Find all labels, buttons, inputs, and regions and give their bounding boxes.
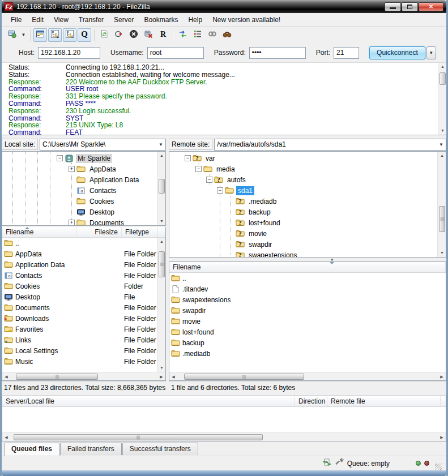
tree-item-mediadb[interactable]: ?.mediadb <box>169 196 437 207</box>
local-file-row-documents[interactable]: DocumentsFile Folder <box>2 302 157 313</box>
menu-item-bookmarks[interactable]: Bookmarks <box>139 14 182 25</box>
local-file-row-local-settings[interactable]: Local SettingsFile Folder <box>2 345 157 356</box>
collapse-expander-icon[interactable]: − <box>195 166 202 172</box>
tree-item-lost-found[interactable]: ?lost+found <box>169 217 437 228</box>
password-input[interactable] <box>249 47 306 59</box>
resize-grip[interactable] <box>435 464 442 470</box>
local-site-combo[interactable]: C:\Users\Mr Sparkle\ ▼ <box>40 139 166 151</box>
tree-item-swapextensions[interactable]: ?swapextensions <box>169 250 437 257</box>
local-file-row-downloads[interactable]: DownloadsFile Folder <box>2 313 157 324</box>
column-header-filesize[interactable]: Filesize <box>76 227 122 237</box>
menu-item-edit[interactable]: Edit <box>27 14 48 25</box>
disconnect-button[interactable] <box>142 28 155 42</box>
minimize-button[interactable] <box>385 2 401 11</box>
remote-file-row-swapdir[interactable]: swapdir <box>169 305 446 316</box>
collapse-expander-icon[interactable]: − <box>206 177 212 183</box>
local-tree-scrollbar[interactable]: ▲ ▼ <box>157 152 165 225</box>
tab-queued-files[interactable]: Queued files <box>4 443 59 456</box>
tree-item-swapdir[interactable]: ?swapdir <box>169 239 437 250</box>
tree-item-sda1[interactable]: −sda1 <box>169 185 437 196</box>
remote-sash[interactable]: ▼ <box>169 258 446 261</box>
quickconnect-button[interactable]: Quickconnect <box>369 46 425 59</box>
scroll-right-icon[interactable]: ▶ <box>438 372 446 381</box>
host-input[interactable] <box>38 47 100 59</box>
tree-item-media[interactable]: −media <box>169 164 437 174</box>
maximize-button[interactable] <box>402 2 418 11</box>
remote-file-row-[interactable]: .. <box>169 273 446 284</box>
column-header-direction[interactable]: Direction <box>295 396 327 406</box>
title-bar[interactable]: Fz 192.168.1.20 - root@192.168.1.20 - Fi… <box>2 0 446 13</box>
scroll-right-icon[interactable]: ▶ <box>157 372 165 381</box>
menu-item-server[interactable]: Server <box>109 14 138 25</box>
local-file-row-contacts[interactable]: aContactsFile Folder <box>2 270 157 281</box>
scroll-down-icon[interactable]: ▼ <box>438 249 446 257</box>
encryption-indicator-icon[interactable] <box>335 458 344 469</box>
scroll-left-icon[interactable]: ◀ <box>2 433 10 441</box>
tree-item-var[interactable]: −?var <box>169 153 437 164</box>
local-file-row-links[interactable]: LinksFile Folder <box>2 335 157 345</box>
remote-file-row-swapextensions[interactable]: swapextensions <box>169 294 446 305</box>
tree-item-backup[interactable]: ?backup <box>169 207 437 217</box>
remote-file-row-mediadb[interactable]: .mediadb <box>169 348 446 359</box>
remote-site-combo[interactable]: /var/media/autofs/sda1 ▼ <box>214 139 446 151</box>
synchronized-browsing-button[interactable] <box>206 28 219 42</box>
quickconnect-dropdown[interactable]: ▼ <box>426 46 436 59</box>
collapse-expander-icon[interactable]: − <box>57 155 63 161</box>
scroll-down-icon[interactable]: ▼ <box>157 217 166 225</box>
menu-item-help[interactable]: Help <box>184 14 207 25</box>
column-header-remote-file[interactable]: Remote file <box>327 396 441 406</box>
scroll-down-icon[interactable]: ▼ <box>438 127 447 135</box>
scroll-up-icon[interactable]: ▲ <box>438 152 446 160</box>
scroll-left-icon[interactable]: ◀ <box>169 372 177 381</box>
toggle-queue-button[interactable]: Q <box>78 28 91 42</box>
port-input[interactable] <box>334 47 359 59</box>
local-list-hscrollbar[interactable]: ◀ ▶ <box>2 372 165 380</box>
column-header-filename[interactable]: Filename <box>2 227 76 237</box>
local-file-row-music[interactable]: MusicFile Folder <box>2 356 157 367</box>
tree-item-movie[interactable]: ?movie <box>169 228 437 239</box>
reconnect-button[interactable]: R <box>156 28 170 42</box>
menu-item-view[interactable]: View <box>49 14 73 25</box>
username-input[interactable] <box>147 47 204 59</box>
directory-filters-button[interactable] <box>191 28 204 42</box>
log-scrollbar[interactable]: ▲ ▼ <box>438 63 446 135</box>
local-file-row-appdata[interactable]: AppDataFile Folder <box>2 248 157 259</box>
column-header-server-local-file[interactable]: Server/Local file <box>2 396 295 406</box>
site-manager-dropdown[interactable]: ▼ <box>20 28 27 42</box>
toggle-local-tree-button[interactable]: L <box>48 28 62 42</box>
scroll-up-icon[interactable]: ▲ <box>438 63 447 71</box>
refresh-button[interactable] <box>97 28 111 42</box>
menu-item-transfer[interactable]: Transfer <box>74 14 108 25</box>
toggle-remote-tree-button[interactable]: F <box>63 28 76 42</box>
expand-expander-icon[interactable]: + <box>69 220 75 225</box>
menu-item-file[interactable]: File <box>6 14 26 25</box>
remote-file-row-lost-found[interactable]: lost+found <box>169 327 446 337</box>
column-header-filetype[interactable]: Filetype <box>122 227 158 237</box>
local-file-row-application-data[interactable]: Application DataFile Folder <box>2 259 157 270</box>
close-button[interactable]: ✕ <box>419 2 443 11</box>
local-list-scrollbar[interactable]: ▲ ▼ <box>157 238 165 372</box>
tab-failed-transfers[interactable]: Failed transfers <box>60 443 122 455</box>
remote-tree-scrollbar[interactable]: ▲ ▼ <box>437 152 446 257</box>
scroll-up-icon[interactable]: ▲ <box>157 238 165 246</box>
column-header-filename[interactable]: Filename <box>169 262 446 272</box>
remote-file-row-movie[interactable]: movie <box>169 316 446 327</box>
expand-expander-icon[interactable]: + <box>69 166 75 172</box>
scroll-right-icon[interactable]: ▶ <box>438 433 446 441</box>
tab-successful-transfers[interactable]: Successful transfers <box>122 443 198 455</box>
local-file-row-cookies[interactable]: CookiesFolder <box>2 281 157 291</box>
process-queue-button[interactable] <box>112 28 126 42</box>
remote-list-hscrollbar[interactable]: ◀ ▶ <box>169 372 446 380</box>
scroll-up-icon[interactable]: ▲ <box>157 152 166 160</box>
collapse-expander-icon[interactable]: − <box>185 155 191 161</box>
remote-file-row-backup[interactable]: backup <box>169 337 446 348</box>
transfer-type-indicator-icon[interactable]: A <box>322 458 331 469</box>
find-files-button[interactable] <box>220 28 234 42</box>
collapse-expander-icon[interactable]: − <box>217 187 223 194</box>
toggle-message-log-button[interactable] <box>33 28 47 42</box>
local-file-row-[interactable]: .. <box>2 238 157 248</box>
local-file-row-desktop[interactable]: DesktopFile <box>2 291 157 302</box>
local-file-row-favorites[interactable]: ★FavoritesFile Folder <box>2 324 157 335</box>
remote-file-row-titandev[interactable]: .titandev <box>169 284 446 294</box>
compare-directories-button[interactable] <box>176 28 190 42</box>
